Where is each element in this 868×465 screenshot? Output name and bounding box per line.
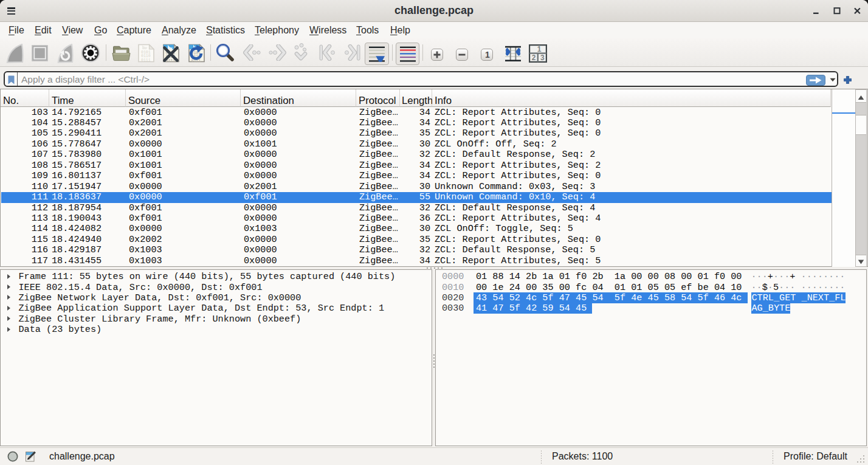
svg-text:2: 2 xyxy=(531,53,536,62)
svg-text:0111: 0111 xyxy=(141,58,151,63)
svg-text:3: 3 xyxy=(540,53,544,62)
svg-text:1: 1 xyxy=(537,45,541,53)
